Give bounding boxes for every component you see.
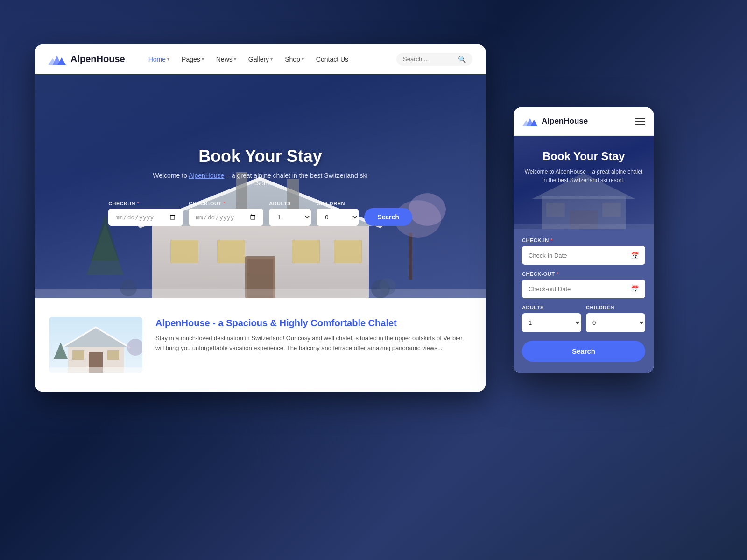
children-group: CHILDREN 0 1 2 bbox=[317, 201, 359, 226]
svg-rect-16 bbox=[292, 240, 319, 263]
mobile-hero-content: Book Your Stay Welcome to AlpenHouse – a… bbox=[523, 150, 644, 184]
desktop-hero-subtitle: Welcome to AlpenHouse – a great alpine c… bbox=[144, 172, 377, 187]
mobile-checkin-required: * bbox=[550, 238, 553, 243]
mobile-checkout-input[interactable] bbox=[529, 286, 631, 293]
mobile-hero-subtitle: Welcome to AlpenHouse – a great alpine c… bbox=[523, 168, 644, 184]
svg-rect-32 bbox=[72, 350, 84, 360]
below-title: AlpenHouse - a Spacious & Highly Comfort… bbox=[155, 317, 472, 329]
adults-select[interactable]: 1 2 3 4 bbox=[269, 209, 311, 226]
adults-group: ADULTS 1 2 3 4 bbox=[269, 201, 311, 226]
mobile-logo-icon bbox=[522, 115, 538, 128]
nav-item-gallery[interactable]: Gallery ▾ bbox=[244, 53, 277, 66]
desktop-hero-title: Book Your Stay bbox=[144, 147, 377, 166]
desktop-mockup: AlpenHouse Home ▾ Pages ▾ News ▾ Gallery… bbox=[35, 44, 486, 392]
mobile-booking-form: CHECK-IN * 📅 CHECK-OUT * 📅 ADULTS bbox=[514, 229, 654, 373]
hamburger-line-3 bbox=[635, 124, 645, 125]
pages-chevron-icon: ▾ bbox=[202, 56, 204, 62]
svg-rect-44 bbox=[602, 203, 621, 217]
nav-item-news[interactable]: News ▾ bbox=[211, 53, 241, 66]
mobile-children-label: CHILDREN bbox=[586, 305, 645, 310]
svg-rect-15 bbox=[218, 240, 245, 263]
desktop-search-input[interactable] bbox=[403, 56, 454, 63]
mobile-brand-name: AlpenHouse bbox=[542, 117, 588, 126]
mobile-checkout-wrapper: 📅 bbox=[522, 280, 645, 298]
svg-rect-34 bbox=[49, 367, 142, 373]
svg-rect-33 bbox=[107, 350, 119, 360]
mobile-checkin-input[interactable] bbox=[529, 252, 631, 259]
checkin-input[interactable] bbox=[108, 209, 183, 226]
mobile-menu-button[interactable] bbox=[635, 118, 645, 125]
mobile-checkin-group: CHECK-IN * 📅 bbox=[522, 238, 645, 265]
below-hero-section: AlpenHouse - a Spacious & Highly Comfort… bbox=[35, 298, 486, 392]
desktop-logo-icon bbox=[48, 52, 66, 67]
desktop-logo-area[interactable]: AlpenHouse bbox=[48, 52, 125, 67]
desktop-search-bar[interactable]: 🔍 bbox=[396, 53, 472, 66]
below-hero-text: AlpenHouse - a Spacious & Highly Comfort… bbox=[142, 317, 472, 373]
mobile-hero-title: Book Your Stay bbox=[523, 150, 644, 163]
svg-rect-43 bbox=[546, 203, 565, 217]
hero-brand-link[interactable]: AlpenHouse bbox=[189, 172, 224, 179]
checkin-calendar-icon: 📅 bbox=[631, 252, 639, 259]
mobile-children-group: CHILDREN 0 1 2 bbox=[586, 305, 645, 332]
mobile-adults-label: ADULTS bbox=[522, 305, 581, 310]
svg-point-23 bbox=[409, 193, 446, 226]
nav-item-shop[interactable]: Shop ▾ bbox=[280, 53, 309, 66]
hamburger-line-1 bbox=[635, 118, 645, 119]
svg-point-25 bbox=[379, 278, 396, 295]
checkout-required: * bbox=[223, 201, 226, 206]
adults-label: ADULTS bbox=[269, 201, 311, 206]
shop-chevron-icon: ▾ bbox=[302, 56, 304, 62]
home-chevron-icon: ▾ bbox=[167, 56, 169, 62]
desktop-hero-content: Book Your Stay Welcome to AlpenHouse – a… bbox=[144, 147, 377, 187]
svg-rect-14 bbox=[171, 240, 198, 263]
gallery-chevron-icon: ▾ bbox=[270, 56, 273, 62]
svg-rect-18 bbox=[35, 289, 486, 298]
nav-item-pages[interactable]: Pages ▾ bbox=[177, 53, 209, 66]
hamburger-line-2 bbox=[635, 121, 645, 122]
children-select[interactable]: 0 1 2 bbox=[317, 209, 359, 226]
mobile-checkout-group: CHECK-OUT * 📅 bbox=[522, 271, 645, 298]
desktop-search-button[interactable]: Search bbox=[364, 208, 412, 226]
svg-marker-20 bbox=[86, 224, 124, 275]
desktop-hero: Book Your Stay Welcome to AlpenHouse – a… bbox=[35, 74, 486, 298]
desktop-nav: AlpenHouse Home ▾ Pages ▾ News ▾ Gallery… bbox=[35, 44, 486, 74]
mobile-selects-row: ADULTS 1 2 3 CHILDREN 0 1 2 bbox=[522, 305, 645, 332]
mobile-adults-group: ADULTS 1 2 3 bbox=[522, 305, 581, 332]
mobile-adults-select[interactable]: 1 2 3 bbox=[522, 313, 581, 332]
chalet-thumbnail bbox=[49, 317, 142, 373]
mobile-search-button[interactable]: Search bbox=[522, 341, 645, 362]
checkin-required: * bbox=[137, 201, 139, 206]
mobile-checkin-wrapper: 📅 bbox=[522, 246, 645, 265]
desktop-brand-name: AlpenHouse bbox=[70, 54, 125, 64]
children-label: CHILDREN bbox=[317, 201, 359, 206]
checkin-label: CHECK-IN * bbox=[108, 201, 183, 206]
nav-item-home[interactable]: Home ▾ bbox=[144, 53, 174, 66]
mobile-children-select[interactable]: 0 1 2 bbox=[586, 313, 645, 332]
mobile-checkout-required: * bbox=[557, 271, 559, 277]
desktop-nav-links: Home ▾ Pages ▾ News ▾ Gallery ▾ Shop ▾ C… bbox=[144, 53, 396, 66]
mobile-checkout-label: CHECK-OUT * bbox=[522, 271, 645, 277]
svg-point-26 bbox=[120, 280, 137, 296]
mobile-checkin-label: CHECK-IN * bbox=[522, 238, 645, 243]
mobile-header: AlpenHouse bbox=[514, 107, 654, 136]
mobile-logo-area[interactable]: AlpenHouse bbox=[522, 115, 588, 128]
svg-rect-45 bbox=[514, 224, 654, 229]
checkin-group: CHECK-IN * bbox=[108, 201, 183, 226]
checkout-label: CHECK-OUT * bbox=[189, 201, 263, 206]
svg-rect-21 bbox=[409, 233, 412, 280]
mobile-mockup: AlpenHouse Book Your Stay Welcome to Alp… bbox=[514, 107, 654, 373]
news-chevron-icon: ▾ bbox=[234, 56, 236, 62]
desktop-booking-form: CHECK-IN * CHECK-OUT * ADULTS 1 2 3 4 bbox=[108, 201, 412, 226]
checkout-group: CHECK-OUT * bbox=[189, 201, 263, 226]
nav-item-contact[interactable]: Contact Us bbox=[311, 53, 353, 66]
svg-rect-17 bbox=[334, 240, 361, 263]
below-description: Stay in a much-loved destination in Swit… bbox=[155, 334, 472, 353]
mobile-hero: Book Your Stay Welcome to AlpenHouse – a… bbox=[514, 136, 654, 229]
search-icon: 🔍 bbox=[458, 56, 466, 63]
checkout-input[interactable] bbox=[189, 209, 263, 226]
checkout-calendar-icon: 📅 bbox=[631, 285, 639, 293]
